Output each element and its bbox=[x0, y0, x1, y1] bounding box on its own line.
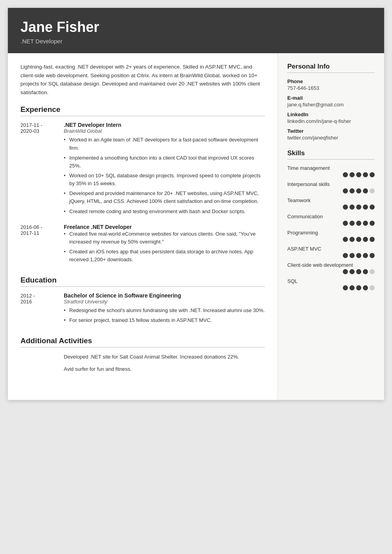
bullet-item: For senior project, trained 15 fellow st… bbox=[64, 316, 265, 324]
job-bullets-1: Worked in an Agile team of .NET develope… bbox=[64, 136, 265, 215]
skill-dot-0-0 bbox=[343, 172, 348, 177]
skill-dot-6-1 bbox=[349, 269, 355, 274]
twitter-label: Twitter bbox=[287, 128, 375, 134]
skill-dot-2-2 bbox=[356, 204, 361, 210]
activities-title: Additional Activities bbox=[20, 336, 265, 348]
skill-name-3: Communication bbox=[287, 214, 375, 219]
skill-dot-1-0 bbox=[343, 188, 348, 193]
bullet-item: Redesigned the school's alumni fundraisi… bbox=[64, 307, 265, 314]
resume: Jane Fisher .NET Developer Lightning-fas… bbox=[8, 8, 384, 400]
bullet-item: Created remote coding and testing enviro… bbox=[64, 208, 265, 216]
skill-dot-4-4 bbox=[370, 237, 375, 242]
skill-dot-5-0 bbox=[343, 253, 348, 258]
job-entry-2: 2016-06 - 2017-11 Freelance .NET Develop… bbox=[20, 224, 265, 266]
skill-row-7: SQL bbox=[287, 278, 375, 290]
skill-dot-5-4 bbox=[370, 253, 375, 258]
skill-dots-4 bbox=[287, 237, 375, 242]
edu-dates-1: 2012 - 2016 bbox=[20, 292, 64, 326]
summary-text: Lightning-fast, exacting .NET developer … bbox=[20, 63, 265, 97]
skill-dot-7-3 bbox=[363, 285, 368, 290]
skill-row-5: ASP.NET MVC bbox=[287, 246, 375, 258]
activities-spacer bbox=[20, 353, 64, 377]
skill-dot-4-1 bbox=[349, 237, 355, 242]
skill-dots-3 bbox=[287, 221, 375, 226]
activity-item-1: Developed .NET site for Salt Coast Anima… bbox=[64, 353, 265, 361]
bullet-item: Developed and provided maintenance for 2… bbox=[64, 190, 265, 205]
skill-dot-1-3 bbox=[363, 188, 368, 193]
skill-dots-7 bbox=[287, 285, 375, 290]
skill-dot-5-3 bbox=[363, 253, 368, 258]
skill-dots-6 bbox=[287, 269, 375, 274]
job-company-1: BrainWild Global bbox=[64, 128, 265, 134]
personal-info-title: Personal Info bbox=[287, 63, 375, 73]
skill-dots-5 bbox=[287, 253, 375, 258]
edu-bullets-1: Redesigned the school's alumni fundraisi… bbox=[64, 307, 265, 324]
skill-row-3: Communication bbox=[287, 214, 375, 226]
edu-school-1: Stratford University bbox=[64, 299, 265, 305]
skill-dot-6-4 bbox=[370, 269, 375, 274]
skill-dot-6-2 bbox=[356, 269, 361, 274]
skill-dot-7-1 bbox=[349, 285, 355, 290]
skill-dots-0 bbox=[287, 172, 375, 177]
phone-label: Phone bbox=[287, 78, 375, 84]
job-entry-1: 2017-11 - 2020-03 .NET Developer Intern … bbox=[20, 122, 265, 217]
job-dates-1: 2017-11 - 2020-03 bbox=[20, 122, 64, 217]
bullet-item: Created five real-world eCommerce websit… bbox=[64, 230, 265, 246]
skill-row-2: Teamwork bbox=[287, 197, 375, 210]
skill-dot-6-3 bbox=[363, 269, 368, 274]
skills-list: Time managementInterpersonal skillsTeamw… bbox=[287, 165, 375, 290]
resume-body: Lightning-fast, exacting .NET developer … bbox=[8, 53, 384, 400]
skill-dot-0-3 bbox=[363, 172, 368, 177]
skill-dot-5-2 bbox=[356, 253, 361, 258]
skill-dot-3-1 bbox=[349, 221, 355, 226]
skill-dot-5-1 bbox=[349, 253, 355, 258]
sidebar: Personal Info Phone 757-646-1653 E-mail … bbox=[278, 53, 384, 400]
activities-section: Additional Activities Developed .NET sit… bbox=[20, 336, 265, 377]
skill-dot-7-0 bbox=[343, 285, 348, 290]
skill-dot-7-4 bbox=[370, 285, 375, 290]
bullet-item: Created an iOS notes app that uses persi… bbox=[64, 248, 265, 264]
skill-row-4: Programming bbox=[287, 230, 375, 242]
resume-header: Jane Fisher .NET Developer bbox=[8, 8, 384, 53]
skill-dot-3-3 bbox=[363, 221, 368, 226]
email-value: jane.q.fisher@gmail.com bbox=[287, 102, 375, 108]
email-label: E-mail bbox=[287, 95, 375, 101]
skill-dot-3-2 bbox=[356, 221, 361, 226]
skill-dot-0-1 bbox=[349, 172, 355, 177]
skill-dot-3-0 bbox=[343, 221, 348, 226]
skill-name-6: Client-side web development bbox=[287, 262, 375, 268]
skill-dot-4-0 bbox=[343, 237, 348, 242]
skill-dot-2-1 bbox=[349, 204, 355, 210]
linkedin-value: linkedin.com/in/jane-q-fisher bbox=[287, 118, 375, 124]
skill-dot-4-3 bbox=[363, 237, 368, 242]
edu-degree-1: Bachelor of Science in Software Engineer… bbox=[64, 292, 265, 299]
education-section: Education 2012 - 2016 Bachelor of Scienc… bbox=[20, 276, 265, 326]
linkedin-label: LinkedIn bbox=[287, 112, 375, 117]
education-title: Education bbox=[20, 276, 265, 287]
skill-name-2: Teamwork bbox=[287, 197, 375, 203]
twitter-value: twitter.com/janeqfisher bbox=[287, 135, 375, 141]
bullet-item: Worked in an Agile team of .NET develope… bbox=[64, 136, 265, 152]
skill-dot-3-4 bbox=[370, 221, 375, 226]
skill-name-1: Interpersonal skills bbox=[287, 181, 375, 187]
activity-item-2: Avid surfer for fun and fitness. bbox=[64, 365, 265, 373]
job-bullets-2: Created five real-world eCommerce websit… bbox=[64, 230, 265, 264]
skill-dot-6-0 bbox=[343, 269, 348, 274]
bullet-item: Worked on 10+ SQL database design projec… bbox=[64, 172, 265, 188]
phone-value: 757-646-1653 bbox=[287, 85, 375, 91]
activities-list: Developed .NET site for Salt Coast Anima… bbox=[64, 353, 265, 377]
skill-dot-1-1 bbox=[349, 188, 355, 193]
skills-section: Skills Time managementInterpersonal skil… bbox=[287, 149, 375, 290]
skill-dot-2-0 bbox=[343, 204, 348, 210]
edu-content-1: Bachelor of Science in Software Engineer… bbox=[64, 292, 265, 326]
skill-row-1: Interpersonal skills bbox=[287, 181, 375, 193]
skill-row-6: Client-side web development bbox=[287, 262, 375, 274]
job-content-1: .NET Developer Intern BrainWild Global W… bbox=[64, 122, 265, 217]
skills-title: Skills bbox=[287, 149, 375, 160]
activities-content: Developed .NET site for Salt Coast Anima… bbox=[20, 353, 265, 377]
skill-dot-4-2 bbox=[356, 237, 361, 242]
job-dates-2: 2016-06 - 2017-11 bbox=[20, 224, 64, 266]
candidate-title: .NET Developer bbox=[20, 38, 372, 45]
job-content-2: Freelance .NET Developer Created five re… bbox=[64, 224, 265, 266]
candidate-name: Jane Fisher bbox=[20, 19, 372, 35]
